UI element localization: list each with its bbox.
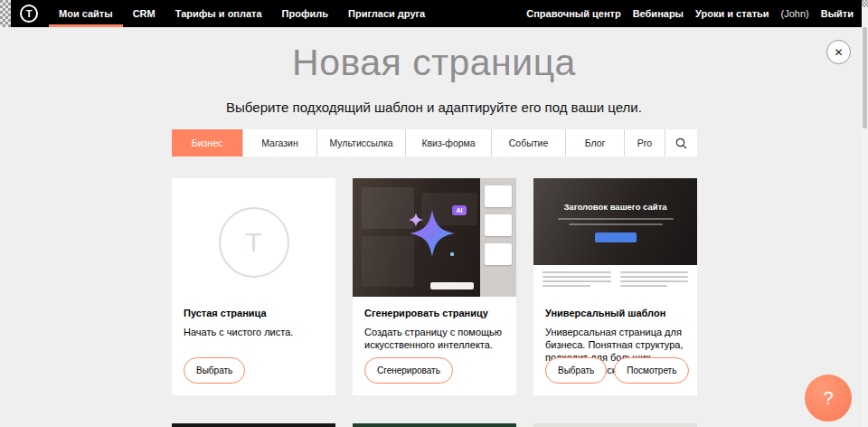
topbar: T Мои сайты CRM Тарифы и оплата Профиль … xyxy=(0,0,868,27)
tab-search[interactable] xyxy=(665,129,697,157)
preview-text-line xyxy=(620,276,689,278)
template-card-partial[interactable] xyxy=(172,423,335,427)
ai-sparkle-icon xyxy=(407,207,461,263)
choose-blank-button[interactable]: Выбрать xyxy=(184,357,245,384)
preview-text-column xyxy=(542,271,611,297)
preview-thumbnail xyxy=(485,185,512,207)
nav-crm[interactable]: CRM xyxy=(123,0,165,27)
ai-badge: AI xyxy=(452,205,467,215)
page-subtitle: Выберите подходящий шаблон и адаптируйте… xyxy=(0,100,868,115)
scrollbar-thumb[interactable] xyxy=(863,27,867,128)
tab-business[interactable]: Бизнес xyxy=(172,129,242,157)
card-title: Пустая страница xyxy=(184,308,324,318)
ai-template-preview[interactable]: AI xyxy=(353,178,516,297)
preview-text-line xyxy=(542,280,611,282)
card-body: Сгенерировать страницу Создать страницу … xyxy=(353,297,516,351)
nav-my-sites[interactable]: Мои сайты xyxy=(49,0,123,27)
template-cards-row: T Пустая страница Начать с чистого листа… xyxy=(172,178,697,395)
card-title: Сгенерировать страницу xyxy=(364,308,505,318)
preview-text-line xyxy=(620,271,689,273)
template-card-blank: T Пустая страница Начать с чистого листа… xyxy=(172,178,335,395)
preview-text-line xyxy=(542,285,590,287)
blank-template-preview[interactable]: T xyxy=(172,178,335,297)
card-buttons: Выбрать xyxy=(184,357,245,384)
tilda-logo[interactable]: T xyxy=(20,5,38,23)
question-mark-icon: ? xyxy=(823,388,833,409)
tab-shop[interactable]: Магазин xyxy=(242,129,316,157)
tab-event[interactable]: Событие xyxy=(491,129,565,157)
template-card-ai-generate: AI Сгенерировать страницу Создать страни… xyxy=(353,178,516,395)
tilda-watermark-icon: T xyxy=(219,207,289,278)
preview-hero: Заголовок вашего сайта xyxy=(533,178,697,265)
next-template-row-partial xyxy=(172,423,697,427)
tilda-watermark-glyph: T xyxy=(245,227,261,258)
nav-profile[interactable]: Профиль xyxy=(272,0,338,27)
nav-invite-friend[interactable]: Пригласи друга xyxy=(338,0,435,27)
nav-webinars[interactable]: Вебинары xyxy=(633,8,684,19)
card-description: Начать с чистого листа. xyxy=(184,326,324,338)
preview-text-line xyxy=(620,280,689,282)
preview-text-line xyxy=(542,276,611,278)
card-buttons: Сгенерировать xyxy=(364,357,453,384)
preview-hero-title: Заголовок вашего сайта xyxy=(563,202,666,212)
nav-tariffs[interactable]: Тарифы и оплата xyxy=(165,0,272,27)
universal-template-preview[interactable]: Заголовок вашего сайта xyxy=(533,178,697,297)
logout-link[interactable]: Выйти xyxy=(821,8,854,19)
preview-bar xyxy=(430,282,474,289)
search-icon xyxy=(675,138,687,149)
page-title: Новая страница xyxy=(0,42,868,84)
template-card-universal: Заголовок вашего сайта xyxy=(533,178,697,395)
preview-body-text xyxy=(533,265,697,297)
template-card-partial[interactable] xyxy=(353,423,516,427)
nav-lessons[interactable]: Уроки и статьи xyxy=(695,8,769,19)
card-description: Создать страницу с помощью искусственног… xyxy=(364,326,505,351)
view-universal-button[interactable]: Посмотреть xyxy=(614,357,689,384)
close-icon: ✕ xyxy=(834,46,843,59)
main-nav: Мои сайты CRM Тарифы и оплата Профиль Пр… xyxy=(49,0,435,27)
tab-multilink[interactable]: Мультиссылка xyxy=(316,129,405,157)
template-card-partial[interactable] xyxy=(533,423,697,427)
tab-blog[interactable]: Блог xyxy=(565,129,624,157)
checker-pattern xyxy=(0,0,11,27)
card-body: Пустая страница Начать с чистого листа. xyxy=(172,297,335,338)
user-name: (John) xyxy=(781,8,809,19)
template-category-tabs: Бизнес Магазин Мультиссылка Квиз-форма С… xyxy=(172,129,697,157)
preview-text-column xyxy=(620,271,689,297)
help-button[interactable]: ? xyxy=(805,375,852,422)
preview-text-line xyxy=(542,271,611,273)
generate-button[interactable]: Сгенерировать xyxy=(364,357,453,384)
choose-universal-button[interactable]: Выбрать xyxy=(545,357,607,384)
tab-quiz-form[interactable]: Квиз-форма xyxy=(405,129,491,157)
preview-text-line xyxy=(620,285,668,287)
preview-thumbnail xyxy=(485,214,512,236)
tilda-logo-glyph: T xyxy=(26,8,33,19)
preview-thumbnail xyxy=(485,243,512,265)
tab-pro[interactable]: Pro xyxy=(624,129,665,157)
card-title: Универсальный шаблон xyxy=(545,308,685,318)
preview-text-line xyxy=(569,223,663,225)
preview-hero-button xyxy=(595,232,637,242)
card-buttons: Выбрать Посмотреть xyxy=(545,357,689,384)
nav-help-center[interactable]: Справочный центр xyxy=(526,8,620,19)
secondary-nav: Справочный центр Вебинары Уроки и статьи… xyxy=(526,8,854,19)
preview-text-line xyxy=(558,218,674,220)
scrollbar[interactable] xyxy=(862,0,868,427)
checker-pattern xyxy=(862,0,868,7)
close-button[interactable]: ✕ xyxy=(826,40,851,64)
